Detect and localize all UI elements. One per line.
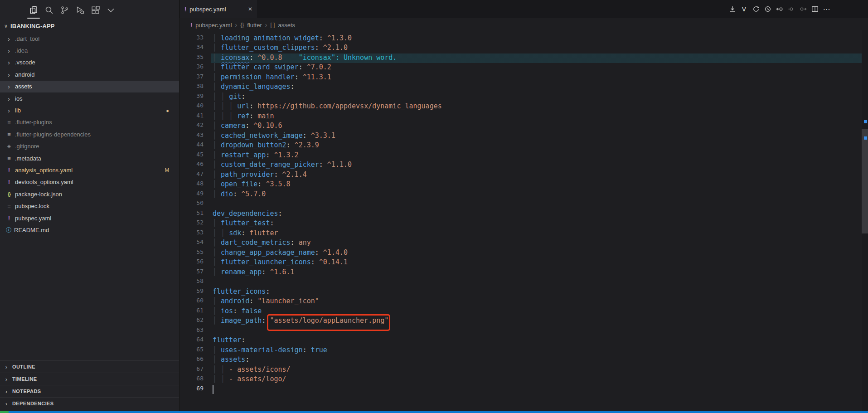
editor-scrollbar: [862, 30, 868, 411]
code-line-34[interactable]: 34│ flutter_custom_clippers: ^2.1.0: [179, 44, 868, 53]
code-line-50[interactable]: 50: [179, 199, 868, 209]
code-area[interactable]: 33│ loading_animation_widget: ^1.3.034│ …: [179, 32, 868, 411]
code-line-64[interactable]: 64flutter:: [179, 336, 868, 346]
code-text: │ │ │ ref: main: [213, 112, 274, 122]
code-line-66[interactable]: 66│ assets:: [179, 355, 868, 365]
code-line-56[interactable]: 56│ flutter_launcher_icons: ^0.14.1: [179, 258, 868, 268]
code-line-59[interactable]: 59flutter_icons:: [179, 287, 868, 297]
line-number: 56: [179, 258, 204, 268]
code-line-62[interactable]: 62│ image_path: "assets/logo/appLauncher…: [179, 316, 868, 326]
explorer-icon[interactable]: [26, 1, 41, 19]
file-row-.gitignore[interactable]: ◈.gitignore: [0, 141, 179, 152]
close-icon[interactable]: ✕: [248, 6, 252, 12]
code-line-33[interactable]: 33│ loading_animation_widget: ^1.3.0: [179, 34, 868, 44]
code-line-67[interactable]: 67│ │ - assets/icons/: [179, 365, 868, 375]
code-line-54[interactable]: 54│ dart_code_metrics: any: [179, 238, 868, 248]
code-text: │ dynamic_languages:: [213, 83, 295, 92]
file-row-pubspec.lock[interactable]: ≡pubspec.lock: [0, 200, 179, 212]
file-label: package-lock.json: [15, 191, 62, 198]
code-line-37[interactable]: 37│ permission_handler: ^11.3.1: [179, 73, 868, 83]
download-icon[interactable]: [728, 5, 736, 13]
vscode-window: ∨ IBANKING-APP ›.dart_tool›.idea›.vscode…: [0, 0, 868, 413]
file-row-.dart_tool[interactable]: ›.dart_tool: [0, 33, 179, 44]
sync-icon[interactable]: [752, 5, 760, 13]
scrollbar-thumb[interactable]: [862, 129, 868, 233]
breadcrumb-item-assets[interactable]: assets: [278, 22, 295, 29]
line-number: 64: [179, 336, 204, 346]
code-line-45[interactable]: 45│ restart_app: ^1.3.2: [179, 151, 868, 161]
code-line-69[interactable]: 69: [179, 385, 868, 395]
file-row-.idea[interactable]: ›.idea: [0, 44, 179, 56]
code-line-44[interactable]: 44│ dropdown_button2: ^2.3.9: [179, 141, 868, 151]
section-header-timeline[interactable]: ›TIMELINE: [0, 373, 179, 385]
code-line-51[interactable]: 51dev_dependencies:: [179, 209, 868, 219]
code-line-47[interactable]: 47│ path_provider: ^2.1.4: [179, 170, 868, 180]
history-icon[interactable]: [764, 5, 771, 13]
yaml-file-icon: !: [6, 215, 12, 222]
extensions-icon[interactable]: [87, 1, 103, 19]
code-line-60[interactable]: 60│ android: "launcher_icon": [179, 297, 868, 307]
more-views-icon[interactable]: [103, 1, 118, 19]
file-row-android[interactable]: ›android: [0, 68, 179, 80]
file-label: lib: [15, 107, 21, 114]
code-line-43[interactable]: 43│ cached_network_image: ^3.3.1: [179, 131, 868, 141]
code-line-63[interactable]: 63: [179, 326, 868, 336]
file-row-.metadata[interactable]: ≡.metadata: [0, 152, 179, 164]
code-line-52[interactable]: 52│ flutter_test:: [179, 219, 868, 229]
code-line-46[interactable]: 46│ custom_date_range_picker: ^1.1.0: [179, 160, 868, 170]
code-line-55[interactable]: 55│ change_app_package_name: ^1.4.0: [179, 248, 868, 258]
split-editor-icon[interactable]: [811, 5, 819, 13]
line-number: 51: [179, 209, 204, 219]
line-number: 69: [179, 385, 204, 395]
more-actions-icon[interactable]: ⋯: [823, 5, 830, 13]
file-row-README.md[interactable]: iREADME.md: [0, 224, 179, 236]
code-line-49[interactable]: 49│ dio: ^5.7.0: [179, 190, 868, 200]
file-label: .flutter-plugins-dependencies: [15, 131, 91, 138]
code-line-38[interactable]: 38│ dynamic_languages:: [179, 83, 868, 92]
tab-pubspec-yaml[interactable]: ! pubspec.yaml ✕: [180, 0, 257, 18]
workspace-header[interactable]: ∨ IBANKING-APP: [0, 20, 179, 32]
nav-back-icon[interactable]: [776, 5, 783, 13]
file-row-ios[interactable]: ›ios: [0, 92, 179, 104]
v-mode-icon[interactable]: V: [740, 5, 748, 13]
file-row-.flutter-plugins-dependencies[interactable]: ≡.flutter-plugins-dependencies: [0, 128, 179, 140]
file-row-.flutter-plugins[interactable]: ≡.flutter-plugins: [0, 117, 179, 128]
file-row-package-lock.json[interactable]: {}package-lock.json: [0, 188, 179, 200]
code-line-58[interactable]: 58: [179, 277, 868, 287]
source-control-icon[interactable]: [57, 1, 72, 19]
code-line-48[interactable]: 48│ open_file: ^3.5.8: [179, 180, 868, 190]
section-header-outline[interactable]: ›OUTLINE: [0, 360, 179, 373]
run-debug-icon[interactable]: [72, 1, 87, 19]
code-line-40[interactable]: 40│ │ │ url: https://github.com/appdevsx…: [179, 102, 868, 112]
nav-forward-icon[interactable]: [799, 5, 807, 13]
file-row-lib[interactable]: ›lib●: [0, 104, 179, 116]
line-number: 36: [179, 63, 204, 73]
yaml-file-icon: !: [184, 6, 186, 13]
file-label: assets: [15, 83, 32, 90]
code-line-61[interactable]: 61│ ios: false: [179, 307, 868, 317]
code-line-57[interactable]: 57│ rename_app: ^1.6.1: [179, 268, 868, 278]
section-title: NOTEPADS: [12, 389, 41, 394]
code-line-39[interactable]: 39│ │ git:: [179, 92, 868, 102]
code-line-53[interactable]: 53│ │ sdk: flutter: [179, 229, 868, 239]
file-row-devtools_options.yaml[interactable]: !devtools_options.yaml: [0, 176, 179, 188]
code-line-36[interactable]: 36│ flutter_card_swiper: ^7.0.2: [179, 63, 868, 73]
code-text: │ │ - assets/logo/: [213, 375, 286, 385]
search-icon[interactable]: [41, 1, 57, 19]
breadcrumb-item-flutter[interactable]: flutter: [247, 22, 262, 29]
code-line-68[interactable]: 68│ │ - assets/logo/: [179, 375, 868, 385]
file-row-pubspec.yaml[interactable]: !pubspec.yaml: [0, 212, 179, 224]
section-header-dependencies[interactable]: ›DEPENDENCIES: [0, 397, 179, 409]
breadcrumb-item-pubspec.yaml[interactable]: pubspec.yaml: [195, 22, 232, 29]
code-line-35[interactable]: 35│ iconsax: ^0.0.8 "iconsax": Unknown w…: [179, 53, 868, 63]
code-text: │ loading_animation_widget: ^1.3.0: [213, 34, 352, 44]
file-row-.vscode[interactable]: ›.vscode: [0, 57, 179, 68]
code-line-42[interactable]: 42│ camera: ^0.10.6: [179, 121, 868, 131]
code-line-65[interactable]: 65│ uses-material-design: true: [179, 346, 868, 356]
code-line-41[interactable]: 41│ │ │ ref: main: [179, 112, 868, 122]
file-row-assets[interactable]: ›assets: [0, 81, 179, 92]
file-row-analysis_options.yaml[interactable]: !analysis_options.yamlM: [0, 164, 179, 176]
nav-dot-icon[interactable]: [787, 5, 795, 13]
code-text: flutter:: [213, 336, 245, 346]
section-header-notepads[interactable]: ›NOTEPADS: [0, 385, 179, 397]
